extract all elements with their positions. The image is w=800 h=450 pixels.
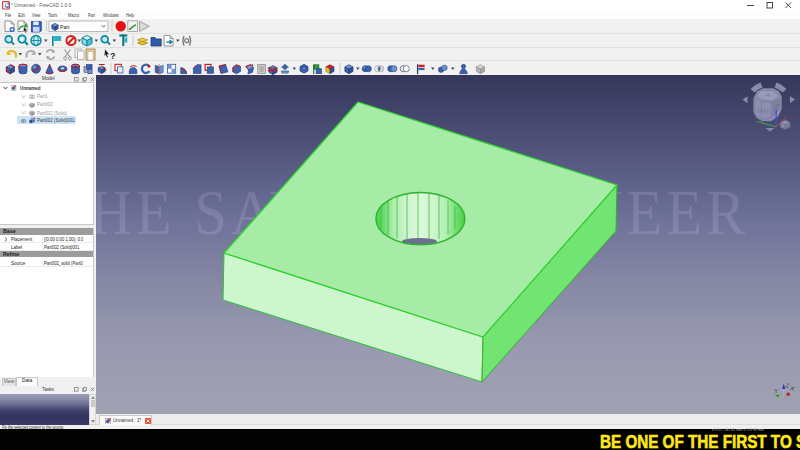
svg-text:Z: Z [785, 382, 790, 389]
svg-text:Y: Y [774, 388, 778, 394]
svg-text:Part: Part [60, 23, 70, 29]
svg-text:X: X [789, 385, 795, 392]
svg-text:?: ? [110, 51, 116, 61]
